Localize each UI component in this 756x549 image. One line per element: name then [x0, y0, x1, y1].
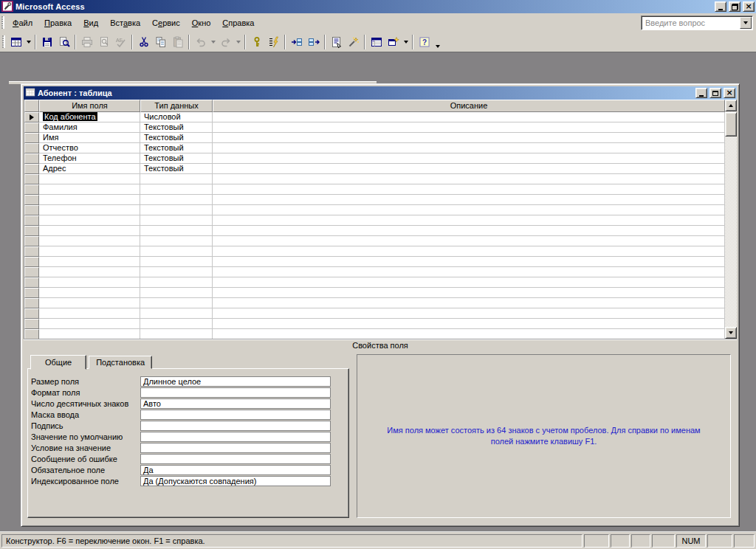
field-name-cell[interactable]: [39, 319, 140, 329]
primary-key-button[interactable]: [248, 34, 265, 50]
description-cell[interactable]: [213, 143, 725, 153]
table-close-button[interactable]: ×: [724, 88, 735, 98]
property-value-field[interactable]: Да (Допускаются совпадения): [140, 476, 331, 486]
row-selector[interactable]: [24, 288, 39, 298]
new-object-button[interactable]: [385, 34, 402, 50]
row-selector[interactable]: [24, 112, 39, 122]
insert-rows-button[interactable]: [288, 34, 305, 50]
menu-edit[interactable]: Правка: [38, 15, 78, 30]
field-name-cell[interactable]: [39, 215, 140, 226]
tab-general[interactable]: Общие: [30, 355, 86, 370]
menu-file[interactable]: Файл: [7, 15, 38, 30]
menu-window[interactable]: Окно: [186, 15, 217, 30]
paste-button[interactable]: [169, 34, 186, 50]
data-type-cell[interactable]: Текстовый: [140, 143, 213, 153]
data-type-cell[interactable]: Текстовый: [140, 164, 213, 174]
row-selector[interactable]: [24, 257, 39, 267]
field-name-cell[interactable]: [39, 298, 140, 308]
description-cell[interactable]: [213, 329, 725, 339]
property-value-field[interactable]: [140, 410, 331, 420]
field-name-cell[interactable]: [39, 308, 140, 319]
cut-button[interactable]: [135, 34, 152, 50]
table-minimize-button[interactable]: [695, 88, 707, 98]
description-cell[interactable]: [213, 112, 725, 122]
field-name-cell[interactable]: [39, 257, 140, 267]
row-selector[interactable]: [24, 246, 39, 257]
description-cell[interactable]: [213, 184, 725, 195]
print-button[interactable]: [78, 34, 95, 50]
data-type-cell[interactable]: [140, 267, 213, 277]
data-type-cell[interactable]: [140, 184, 213, 195]
description-cell[interactable]: [213, 319, 725, 329]
row-selector[interactable]: [24, 133, 39, 143]
data-type-cell[interactable]: Текстовый: [140, 122, 213, 133]
save-button[interactable]: [38, 34, 55, 50]
data-type-cell[interactable]: [140, 319, 213, 329]
scroll-down-button[interactable]: [725, 327, 737, 339]
field-name-cell[interactable]: [39, 195, 140, 205]
new-object-button-dropdown[interactable]: [402, 34, 410, 50]
minimize-button[interactable]: [715, 1, 726, 12]
field-name-cell[interactable]: [39, 246, 140, 257]
property-value-field[interactable]: [140, 387, 331, 398]
field-name-cell[interactable]: Фамилия: [39, 122, 140, 133]
description-cell[interactable]: [213, 153, 725, 164]
property-value-field[interactable]: Длинное целое: [140, 376, 331, 387]
table-window-titlebar[interactable]: Абонент : таблица ×: [24, 86, 737, 100]
row-selector[interactable]: [24, 205, 39, 215]
description-cell[interactable]: [213, 164, 725, 174]
row-selector[interactable]: [24, 174, 39, 184]
menu-view[interactable]: Вид: [78, 15, 104, 30]
description-cell[interactable]: [213, 215, 725, 226]
property-value-field[interactable]: [140, 443, 331, 453]
data-type-cell[interactable]: [140, 226, 213, 236]
copy-button[interactable]: [152, 34, 169, 50]
data-type-cell[interactable]: [140, 298, 213, 308]
toolbar-options-button[interactable]: [434, 34, 441, 50]
row-selector[interactable]: [24, 164, 39, 174]
description-cell[interactable]: [213, 133, 725, 143]
field-name-cell[interactable]: Адрес: [39, 164, 140, 174]
field-name-cell[interactable]: Имя: [39, 133, 140, 143]
database-window-button[interactable]: [368, 34, 385, 50]
data-type-cell[interactable]: [140, 174, 213, 184]
toolbar-grip-handle[interactable]: [2, 35, 5, 48]
menubar-grip-handle[interactable]: [1, 16, 4, 29]
description-cell[interactable]: [213, 246, 725, 257]
description-cell[interactable]: [213, 277, 725, 288]
data-type-cell[interactable]: Текстовый: [140, 153, 213, 164]
redo-button-dropdown[interactable]: [234, 34, 242, 50]
field-name-cell[interactable]: Отчество: [39, 143, 140, 153]
row-selector[interactable]: [24, 308, 39, 319]
field-name-cell[interactable]: [39, 205, 140, 215]
data-type-cell[interactable]: [140, 288, 213, 298]
row-selector[interactable]: [24, 215, 39, 226]
property-value-field[interactable]: [140, 432, 331, 442]
data-type-cell[interactable]: [140, 277, 213, 288]
row-selector[interactable]: [24, 329, 39, 339]
field-name-cell[interactable]: [39, 277, 140, 288]
data-type-cell[interactable]: Текстовый: [140, 133, 213, 143]
print-preview-button[interactable]: [95, 34, 112, 50]
menu-help[interactable]: Справка: [216, 15, 260, 30]
field-name-cell[interactable]: [39, 329, 140, 339]
field-name-cell[interactable]: [39, 288, 140, 298]
data-type-cell[interactable]: [140, 236, 213, 246]
field-name-cell[interactable]: Телефон: [39, 153, 140, 164]
scroll-up-button[interactable]: [725, 100, 737, 111]
file-search-button[interactable]: [55, 34, 72, 50]
description-cell[interactable]: [213, 226, 725, 236]
ask-question-combobox[interactable]: Введите вопрос: [641, 15, 753, 30]
ask-question-dropdown-button[interactable]: [740, 17, 752, 29]
data-type-cell[interactable]: [140, 257, 213, 267]
properties-button[interactable]: [328, 34, 345, 50]
table-maximize-button[interactable]: [709, 88, 721, 98]
description-cell[interactable]: [213, 236, 725, 246]
description-cell[interactable]: [213, 267, 725, 277]
property-value-field[interactable]: [140, 454, 331, 464]
tab-lookup[interactable]: Подстановка: [89, 356, 152, 369]
row-selector[interactable]: [24, 184, 39, 195]
redo-button[interactable]: [217, 34, 234, 50]
field-name-cell[interactable]: [39, 267, 140, 277]
undo-button[interactable]: [192, 34, 209, 50]
